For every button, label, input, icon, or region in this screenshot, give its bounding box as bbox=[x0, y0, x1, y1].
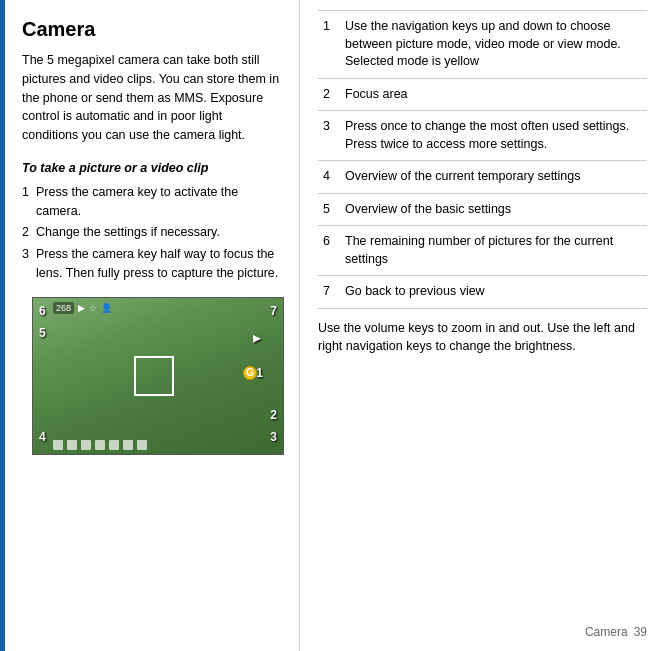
cam-label-3: 3 bbox=[270, 430, 277, 444]
cam-icon-b1 bbox=[53, 440, 63, 450]
table-row-num: 3 bbox=[318, 111, 340, 161]
cam-g-icon: G bbox=[243, 366, 257, 380]
page-title: Camera bbox=[22, 18, 281, 41]
items-table: 1Use the navigation keys up and down to … bbox=[318, 10, 647, 309]
table-row: 3Press once to change the most often use… bbox=[318, 111, 647, 161]
cam-label-7: 7 bbox=[270, 304, 277, 318]
table-row: 1Use the navigation keys up and down to … bbox=[318, 11, 647, 79]
table-row-num: 1 bbox=[318, 11, 340, 79]
intro-paragraph: The 5 megapixel camera can take both sti… bbox=[22, 51, 281, 145]
cam-icon2: ☆ bbox=[89, 303, 97, 313]
cam-icon-b5 bbox=[109, 440, 119, 450]
table-row-num: 5 bbox=[318, 193, 340, 226]
table-row-text: The remaining number of pictures for the… bbox=[340, 226, 647, 276]
cam-icon-b4 bbox=[95, 440, 105, 450]
subtitle: To take a picture or a video clip bbox=[22, 161, 281, 175]
table-row-text: Focus area bbox=[340, 78, 647, 111]
page-number: 39 bbox=[634, 625, 647, 639]
cam-arrow: ▸ bbox=[253, 328, 261, 347]
table-row: 4Overview of the current temporary setti… bbox=[318, 161, 647, 194]
step-2-num: 2 bbox=[22, 223, 29, 242]
cam-icon-b6 bbox=[123, 440, 133, 450]
cam-icon3: 👤 bbox=[101, 303, 112, 313]
focus-box bbox=[134, 356, 174, 396]
table-row: 2Focus area bbox=[318, 78, 647, 111]
cam-label-1: 1 bbox=[256, 366, 263, 380]
step-1-num: 1 bbox=[22, 183, 29, 202]
cam-label-2: 2 bbox=[270, 408, 277, 422]
step-2-text: Change the settings if necessary. bbox=[36, 225, 220, 239]
cam-icon-b7 bbox=[137, 440, 147, 450]
page-footer-label: Camera bbox=[585, 625, 628, 639]
table-row: 5Overview of the basic settings bbox=[318, 193, 647, 226]
camera-image: 268 ▶ ☆ 👤 ▸ G 6 5 4 7 1 2 3 bbox=[32, 297, 284, 455]
blue-bar bbox=[0, 0, 5, 651]
cam-label-4: 4 bbox=[39, 430, 46, 444]
table-row-text: Overview of the basic settings bbox=[340, 193, 647, 226]
table-row-text: Go back to previous view bbox=[340, 276, 647, 309]
cam-status-bar: 268 ▶ ☆ 👤 bbox=[53, 302, 263, 314]
table-row: 7Go back to previous view bbox=[318, 276, 647, 309]
step-1-text: Press the camera key to activate the cam… bbox=[36, 185, 238, 218]
table-row-num: 2 bbox=[318, 78, 340, 111]
step-3-text: Press the camera key half way to focus t… bbox=[36, 247, 278, 280]
step-2: 2 Change the settings if necessary. bbox=[22, 223, 281, 242]
page-footer: Camera 39 bbox=[585, 625, 647, 639]
cam-icon-b3 bbox=[81, 440, 91, 450]
cam-icon1: ▶ bbox=[78, 303, 85, 313]
table-row: 6The remaining number of pictures for th… bbox=[318, 226, 647, 276]
table-row-text: Use the navigation keys up and down to c… bbox=[340, 11, 647, 79]
table-row-num: 7 bbox=[318, 276, 340, 309]
step-1: 1 Press the camera key to activate the c… bbox=[22, 183, 281, 221]
footer-text: Use the volume keys to zoom in and out. … bbox=[318, 319, 647, 357]
cam-counter: 268 bbox=[53, 302, 74, 314]
cam-bottom-bar bbox=[53, 440, 263, 450]
right-column: 1Use the navigation keys up and down to … bbox=[300, 0, 665, 651]
left-column: Camera The 5 megapixel camera can take b… bbox=[0, 0, 300, 651]
steps-list: 1 Press the camera key to activate the c… bbox=[22, 183, 281, 283]
step-3: 3 Press the camera key half way to focus… bbox=[22, 245, 281, 283]
step-3-num: 3 bbox=[22, 245, 29, 264]
table-row-text: Overview of the current temporary settin… bbox=[340, 161, 647, 194]
table-row-text: Press once to change the most often used… bbox=[340, 111, 647, 161]
table-row-num: 4 bbox=[318, 161, 340, 194]
cam-label-5: 5 bbox=[39, 326, 46, 340]
cam-label-6: 6 bbox=[39, 304, 46, 318]
cam-icon-b2 bbox=[67, 440, 77, 450]
table-row-num: 6 bbox=[318, 226, 340, 276]
